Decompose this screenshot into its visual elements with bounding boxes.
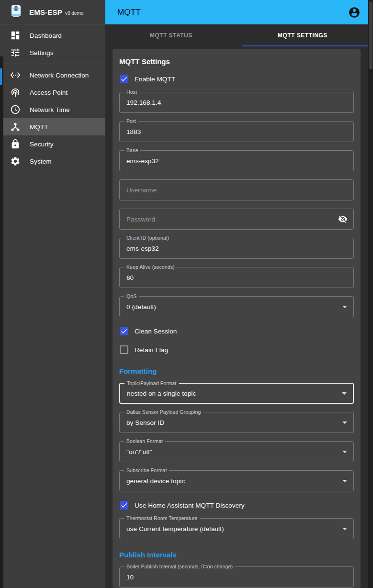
section-heading-formatting: Formatting [119,367,354,375]
dashboard-icon [10,30,21,41]
checkbox-row-clean-session: Clean Session [119,325,354,337]
field-value: general device topic [126,477,185,485]
field-label: Base [124,147,140,153]
app-title: EMS-ESP [29,8,62,16]
input-boiler-publish-interval[interactable]: Boiler Publish Interval (seconds, 0=on c… [119,566,354,588]
input-password[interactable]: Password [119,209,354,230]
ems-esp-boiler-icon [10,5,23,19]
checkbox-clean-session[interactable] [120,327,128,335]
tab-mqtt-status[interactable]: MQTT STATUS [105,24,237,46]
select-topic-payload-format[interactable]: Topic/Payload Formatnested on a single t… [119,383,354,404]
dropdown-caret-icon[interactable] [342,528,347,530]
clock-icon [10,104,21,115]
sidebar-scrollbar-track[interactable] [0,56,3,588]
sidebar-scrollbar-thumb[interactable] [0,68,2,85]
page-title: MQTT [117,8,141,17]
field-label: Boolean Format [124,438,165,444]
field-value: 0 (default) [126,303,156,311]
input-client-id[interactable]: Client ID (optional)ems-esp32 [119,238,354,259]
sidebar-item-network-time[interactable]: Network Time [0,101,105,118]
checkbox-label: Retain Flag [135,346,168,354]
page-scrollbar-track[interactable] [368,0,373,588]
checkbox-row-enable-mqtt: Enable MQTT [119,73,354,85]
sidebar-item-label: Security [30,141,54,148]
tune-icon [10,47,21,58]
field-value: ems-esp32 [126,157,159,165]
input-keep-alive[interactable]: Keep Alive (seconds)60 [119,267,354,288]
dropdown-caret-icon[interactable] [342,480,347,482]
sidebar-item-settings[interactable]: Settings [0,44,105,61]
field-value: ems-esp32 [126,245,159,252]
select-qos[interactable]: QoS0 (default) [119,296,354,317]
field-value: use Current temperature (default) [126,525,224,533]
lock-icon [10,139,21,149]
field-value: 60 [126,274,134,281]
app-root: EMS-ESP v3 demo DashboardSettingsNetwork… [0,0,373,588]
select-dallas-sensor-payload-grouping[interactable]: Dallas Sensor Payload Groupingby Sensor … [119,412,354,433]
sidebar-item-network-connection[interactable]: Network Connection [0,67,105,84]
page-scrollbar-thumb[interactable] [369,1,373,69]
field-label: Thermostat Room Temperature [124,515,200,521]
field-label: Subscribe Format [124,467,169,473]
gear-icon [10,156,21,166]
sidebar-item-label: Access Point [30,89,68,96]
account-circle-icon[interactable] [348,6,361,19]
checkbox-enable-mqtt[interactable] [120,75,128,83]
checkbox-ha-discovery[interactable] [120,501,128,510]
tab-label: MQTT STATUS [150,32,192,39]
sidebar-item-mqtt[interactable]: MQTT [0,118,105,135]
sidebar-item-label: MQTT [30,123,48,131]
input-username[interactable]: Username [119,179,354,200]
sidebar-item-label: Dashboard [30,32,62,39]
mqtt-settings-card: MQTT Settings Enable MQTTHost192.168.1.4… [113,49,361,588]
checkbox-retain-flag[interactable] [120,345,128,354]
sidebar-item-security[interactable]: Security [0,135,105,153]
checkbox-row-retain-flag: Retain Flag [119,344,354,355]
dropdown-caret-icon[interactable] [342,451,347,453]
sidebar: EMS-ESP v3 demo DashboardSettingsNetwork… [0,0,105,588]
sidebar-item-label: Network Connection [30,72,89,79]
field-label: Host [124,89,139,95]
dropdown-caret-icon[interactable] [342,392,347,395]
sidebar-item-label: Settings [30,49,54,56]
input-base[interactable]: Baseems-esp32 [119,150,354,171]
sidebar-menu: DashboardSettingsNetwork ConnectionAcces… [0,24,105,170]
sidebar-header: EMS-ESP v3 demo [0,0,105,24]
checkbox-label: Enable MQTT [135,76,175,83]
field-value: by Sensor ID [126,419,164,426]
sidebar-item-system[interactable]: System [0,153,105,170]
field-value: 1883 [126,128,141,135]
mqtt-settings-form: Enable MQTTHost192.168.1.4Port1883Baseem… [119,73,354,588]
dropdown-caret-icon[interactable] [342,306,347,308]
sidebar-item-label: Network Time [30,106,70,113]
form-heading: MQTT Settings [119,57,354,66]
tab-bar: MQTT STATUSMQTT SETTINGS [105,24,368,46]
ethernet-icon [10,70,21,80]
field-label: Client ID (optional) [124,235,171,241]
sidebar-item-dashboard[interactable]: Dashboard [0,27,105,44]
select-subscribe-format[interactable]: Subscribe Formatgeneral device topic [119,470,354,491]
content-area: MQTT Settings Enable MQTTHost192.168.1.4… [105,46,368,588]
input-host[interactable]: Host192.168.1.4 [119,92,354,113]
field-placeholder: Username [126,187,157,194]
checkbox-label: Use Home Assistant MQTT Discovery [135,502,245,509]
sidebar-item-label: System [30,158,52,165]
visibility-off-icon[interactable] [338,214,348,224]
device-hub-icon [10,122,21,132]
select-thermostat-room-temperature[interactable]: Thermostat Room Temperatureuse Current t… [119,518,354,539]
checkbox-row-ha-discovery: Use Home Assistant MQTT Discovery [119,499,354,511]
field-value: "on"/"off" [126,448,152,455]
field-placeholder: Password [126,216,155,223]
tab-mqtt-settings[interactable]: MQTT SETTINGS [237,24,369,46]
active-tab-indicator [242,45,369,46]
dropdown-caret-icon[interactable] [342,422,347,424]
field-value: 192.168.1.4 [126,99,161,106]
sidebar-item-access-point[interactable]: Access Point [0,84,105,101]
field-value: nested on a single topic [127,390,196,397]
select-boolean-format[interactable]: Boolean Format"on"/"off" [119,441,354,462]
input-port[interactable]: Port1883 [119,121,354,142]
wifi-tethering-icon [10,87,21,98]
field-label: Dallas Sensor Payload Grouping [124,409,203,415]
field-label: Keep Alive (seconds) [124,264,177,270]
field-value: 10 [126,574,134,581]
